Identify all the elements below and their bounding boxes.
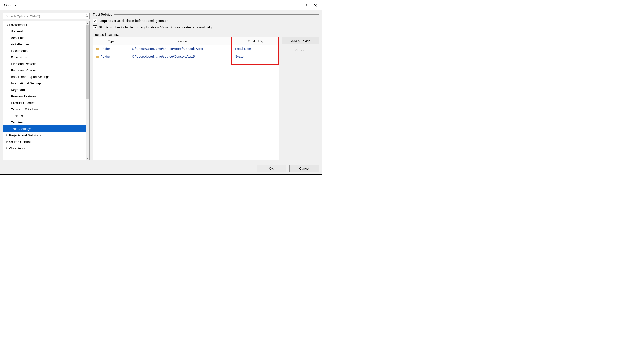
tree-item-accounts[interactable]: Accounts bbox=[3, 34, 90, 41]
tree-item-work-items[interactable]: ▷Work Items bbox=[3, 145, 90, 152]
close-button[interactable] bbox=[311, 0, 320, 10]
search-icon bbox=[85, 14, 88, 18]
folder-icon bbox=[96, 55, 99, 58]
cell-trustedby: Local User bbox=[235, 47, 251, 51]
require-trust-checkbox[interactable] bbox=[93, 19, 97, 23]
check-icon bbox=[94, 26, 97, 29]
trusted-locations-label: Trusted locations: bbox=[93, 33, 320, 36]
col-trustedby-header[interactable]: Trusted By bbox=[232, 38, 279, 45]
tree-item-extensions[interactable]: Extensions bbox=[3, 54, 90, 60]
tree-item-find-and-replace[interactable]: Find and Replace bbox=[3, 60, 90, 67]
ok-button[interactable]: OK bbox=[256, 165, 286, 172]
table-row[interactable]: FolderC:\Users\UserName\source\ConsoleAp… bbox=[93, 53, 279, 60]
scroll-up-icon[interactable]: ▴ bbox=[86, 21, 90, 25]
tree-item-product-updates[interactable]: Product Updates bbox=[3, 100, 90, 106]
search-box[interactable] bbox=[3, 12, 90, 20]
tree-item-international-settings[interactable]: International Settings bbox=[3, 80, 90, 86]
col-location-header[interactable]: Location bbox=[130, 38, 232, 45]
tree-item-terminal[interactable]: Terminal bbox=[3, 119, 90, 126]
trusted-locations-table[interactable]: Type Location Trusted By FolderC:\Users\… bbox=[93, 37, 279, 160]
scroll-down-icon[interactable]: ▾ bbox=[86, 156, 90, 160]
require-trust-label: Require a trust decision before opening … bbox=[99, 19, 170, 23]
tree-item-documents[interactable]: Documents bbox=[3, 48, 90, 54]
tree-item-trust-settings[interactable]: Trust Settings bbox=[3, 126, 90, 132]
add-folder-button[interactable]: Add a Folder bbox=[282, 37, 320, 44]
tree-item-preview-features[interactable]: Preview Features bbox=[3, 93, 90, 100]
tree-item-import-and-export-settings[interactable]: Import and Export Settings bbox=[3, 74, 90, 80]
chevron-right-icon: ▷ bbox=[6, 147, 8, 150]
tree-item-task-list[interactable]: Task List bbox=[3, 112, 90, 119]
search-input[interactable] bbox=[5, 14, 85, 18]
chevron-right-icon: ▷ bbox=[6, 140, 8, 143]
section-header: Trust Policies bbox=[93, 12, 320, 16]
svg-point-2 bbox=[85, 14, 87, 16]
remove-button: Remove bbox=[282, 46, 320, 54]
tree-item-general[interactable]: General bbox=[3, 28, 90, 34]
cell-type: Folder bbox=[100, 54, 110, 58]
tree-scrollbar[interactable]: ▴ ▾ bbox=[86, 21, 90, 160]
svg-line-3 bbox=[87, 16, 88, 17]
table-header: Type Location Trusted By bbox=[93, 38, 279, 45]
options-tree[interactable]: ◢EnvironmentGeneralAccountsAutoRecoverDo… bbox=[3, 21, 90, 160]
cell-location: C:\Users\UserName\source\repos\ConsoleAp… bbox=[132, 47, 204, 51]
window-title: Options bbox=[4, 3, 302, 7]
tree-item-tabs-and-windows[interactable]: Tabs and Windows bbox=[3, 106, 90, 112]
cell-trustedby: System bbox=[235, 54, 246, 58]
skip-temp-label: Skip trust checks for temporary location… bbox=[99, 25, 212, 29]
close-icon bbox=[314, 4, 317, 7]
tree-item-source-control[interactable]: ▷Source Control bbox=[3, 138, 90, 145]
table-row[interactable]: FolderC:\Users\UserName\source\repos\Con… bbox=[93, 45, 279, 53]
tree-item-environment[interactable]: ◢Environment bbox=[3, 22, 90, 28]
cell-type: Folder bbox=[100, 47, 110, 51]
tree-item-projects-and-solutions[interactable]: ▷Projects and Solutions bbox=[3, 132, 90, 138]
cancel-button[interactable]: Cancel bbox=[290, 165, 319, 172]
section-title: Trust Policies bbox=[93, 12, 112, 16]
folder-icon bbox=[96, 48, 99, 50]
tree-item-fonts-and-colors[interactable]: Fonts and Colors bbox=[3, 67, 90, 74]
help-button[interactable]: ? bbox=[302, 0, 311, 10]
check-icon bbox=[94, 19, 97, 22]
col-type-header[interactable]: Type bbox=[93, 38, 130, 45]
skip-temp-checkbox[interactable] bbox=[93, 25, 97, 29]
chevron-right-icon: ▷ bbox=[6, 134, 8, 137]
scrollbar-thumb[interactable] bbox=[86, 25, 89, 98]
chevron-down-icon: ◢ bbox=[6, 23, 8, 26]
titlebar: Options ? bbox=[0, 0, 322, 10]
cell-location: C:\Users\UserName\source\ConsoleApp2\ bbox=[132, 54, 195, 58]
tree-item-keyboard[interactable]: Keyboard bbox=[3, 86, 90, 93]
dialog-footer: OK Cancel bbox=[0, 162, 322, 174]
tree-item-autorecover[interactable]: AutoRecover bbox=[3, 41, 90, 48]
